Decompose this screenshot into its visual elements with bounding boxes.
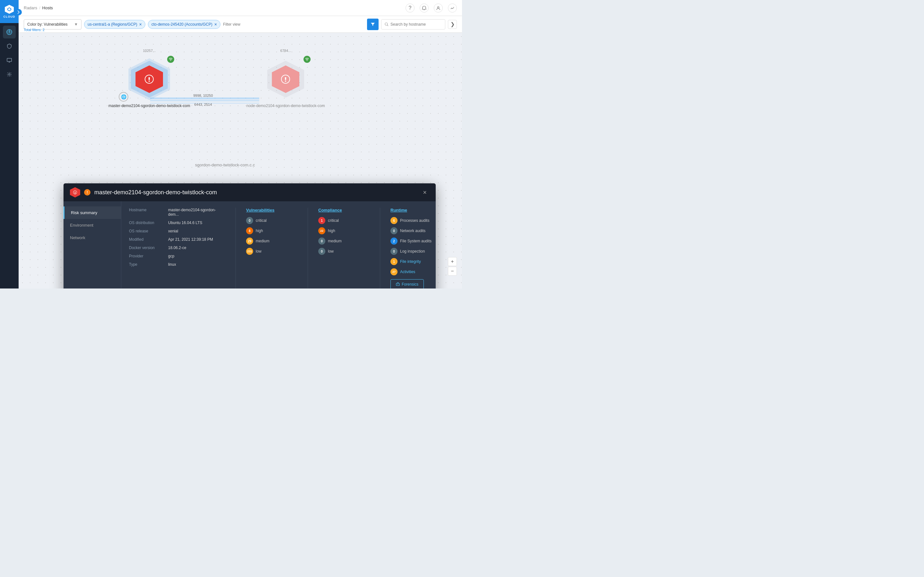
runtime-processes-label: Processes audits [400, 218, 429, 223]
filter-tag-account[interactable]: cto-demos-245420 (Accounts/GCP) × [148, 20, 220, 29]
wifi-icon [169, 58, 173, 61]
docker-value: 18.06.2-ce [168, 245, 186, 250]
panel-title: master-demo2104-sgordon-demo-twistlock-c… [94, 189, 417, 196]
zoom-out-btn[interactable]: − [448, 267, 457, 276]
panel-linux-icon [73, 190, 78, 195]
runtime-title[interactable]: Runtime [391, 208, 436, 213]
os-dist-label: OS distribution [129, 221, 164, 225]
forensics-label: Forensics [402, 282, 418, 287]
sidebar-logo-text: CLOUD [3, 15, 15, 18]
comp-low-badge: 0 [318, 248, 325, 255]
vulnerabilities-title[interactable]: Vulnerabilities [246, 208, 297, 213]
topbar-right: ? [405, 3, 457, 13]
runtime-fileintegrity-row: 1 File integrity [391, 258, 436, 265]
filter-apply-btn[interactable] [367, 19, 379, 30]
runtime-network-row: 0 Network audits [391, 227, 436, 234]
panel-nav: Risk summary Environment Network [63, 201, 121, 288]
runtime-activities-label[interactable]: Activities [400, 269, 415, 274]
stats-icon[interactable] [448, 3, 457, 13]
breadcrumb: Radars / Hosts [24, 5, 53, 10]
panel-nav-environment[interactable]: Environment [63, 219, 121, 231]
docker-label: Docker version [129, 245, 164, 250]
user-icon[interactable] [434, 3, 443, 13]
comp-high-label: high [328, 229, 335, 233]
vuln-high-badge: 8 [246, 227, 253, 234]
sidebar-expand-btn[interactable] [15, 9, 22, 15]
panel-nav-network[interactable]: Network [63, 231, 121, 244]
os-release-value: xenial [168, 229, 178, 234]
sidebar-item-defend[interactable] [3, 40, 16, 53]
vuln-critical-badge: 0 [246, 217, 253, 224]
vuln-critical-row: 0 critical [246, 217, 297, 224]
info-row-os-dist: OS distribution Ubuntu 16.04.6 LTS [129, 221, 225, 225]
modified-value: Apr 21, 2021 12:39:18 PM [168, 237, 213, 242]
worker-node-label: node-demo2104-sgordon-demo-twistlock-com [246, 103, 325, 109]
filter-tag-region-text: us-central1-a (Regions/GCP) [87, 22, 137, 27]
runtime-filesystem-row: 2 File System audits [391, 237, 436, 245]
master-node-label: master-demo2104-sgordon-demo-twistlock-c… [108, 103, 190, 109]
node-master[interactable]: 10257... 🌐 master-demo2104-sgordon-demo-… [108, 58, 190, 109]
notifications-icon[interactable] [420, 3, 429, 13]
runtime-network-label: Network audits [400, 229, 425, 233]
vuln-high-row: 8 high [246, 227, 297, 234]
vuln-medium-label: medium [256, 239, 270, 243]
filter-tag-account-text: cto-demos-245420 (Accounts/GCP) [152, 22, 212, 27]
runtime-filesystem-label: File System audits [400, 239, 431, 243]
comp-low-label: low [328, 249, 334, 253]
sidebar-item-radar[interactable] [3, 26, 16, 39]
sidebar-item-monitor[interactable] [3, 54, 16, 67]
runtime-processes-row: 6 Processes audits [391, 217, 436, 224]
runtime-loginspection-badge: 0 [391, 248, 397, 255]
wifi-icon-2 [305, 58, 309, 61]
port-label-top-connection: 9998, 10250 [193, 93, 213, 97]
filter-view-input[interactable] [223, 19, 365, 29]
runtime-fileintegrity-label[interactable]: File integrity [400, 259, 421, 264]
filter-tag-account-close[interactable]: × [214, 22, 217, 27]
svg-point-15 [397, 284, 398, 285]
runtime-activities-row: 27 Activities [391, 268, 436, 276]
sidebar-logo[interactable]: CLOUD [0, 0, 19, 23]
sidebar-item-settings[interactable] [3, 68, 16, 81]
search-input[interactable] [391, 22, 442, 27]
vuln-medium-badge: 29 [246, 237, 253, 245]
filter-tag-region-close[interactable]: × [139, 22, 142, 27]
breadcrumb-parent[interactable]: Radars [24, 5, 37, 10]
sidebar-nav [0, 23, 19, 81]
hostname-value: master-demo2104-sgordon-dem... [168, 208, 225, 217]
type-label: Type [129, 262, 164, 267]
info-section: Hostname master-demo2104-sgordon-dem... … [129, 208, 225, 288]
svg-line-10 [387, 25, 388, 26]
vuln-low-label: low [256, 249, 262, 253]
port-label-bottom-connection: 6443, 2514 [194, 103, 212, 106]
info-row-docker: Docker version 18.06.2-ce [129, 245, 225, 250]
svg-point-9 [385, 23, 388, 25]
zoom-in-btn[interactable]: + [448, 257, 457, 266]
comp-high-row: 22 high [318, 227, 370, 234]
vuln-low-row: 231 low [246, 248, 297, 255]
vulnerabilities-section: Vulnerabilities 0 critical 8 high 29 med… [246, 208, 297, 288]
os-release-label: OS release [129, 229, 164, 234]
search-expand-btn[interactable]: ❯ [448, 20, 457, 29]
comp-medium-row: 0 medium [318, 237, 370, 245]
compliance-title[interactable]: Compliance [318, 208, 370, 213]
help-icon[interactable]: ? [405, 3, 415, 13]
detail-panel: ! master-demo2104-sgordon-demo-twistlock… [63, 183, 436, 288]
panel-alert-badge: ! [84, 189, 90, 195]
total-filters-label[interactable]: Total filters: 2 [24, 28, 45, 32]
panel-header: ! master-demo2104-sgordon-demo-twistlock… [63, 183, 436, 201]
logo-icon [5, 5, 14, 14]
info-row-modified: Modified Apr 21, 2021 12:39:18 PM [129, 237, 225, 242]
runtime-network-badge: 0 [391, 227, 397, 234]
runtime-section: Runtime 6 Processes audits 0 Network aud… [391, 208, 436, 288]
node-worker[interactable]: 6784... node-demo2104-sgordon-demo-twist… [246, 58, 325, 109]
search-box [381, 19, 445, 29]
forensics-button[interactable]: Forensics [391, 279, 424, 288]
master-wifi-badge [167, 56, 174, 63]
panel-close-btn[interactable]: × [420, 188, 429, 197]
runtime-loginspection-row: 0 Log inspection [391, 248, 436, 255]
panel-nav-risk-summary[interactable]: Risk summary [63, 206, 121, 219]
divider-2 [308, 208, 308, 288]
filter-tag-region[interactable]: us-central1-a (Regions/GCP) × [84, 20, 145, 29]
divider-3 [380, 208, 380, 288]
runtime-fileintegrity-badge: 1 [391, 258, 397, 265]
